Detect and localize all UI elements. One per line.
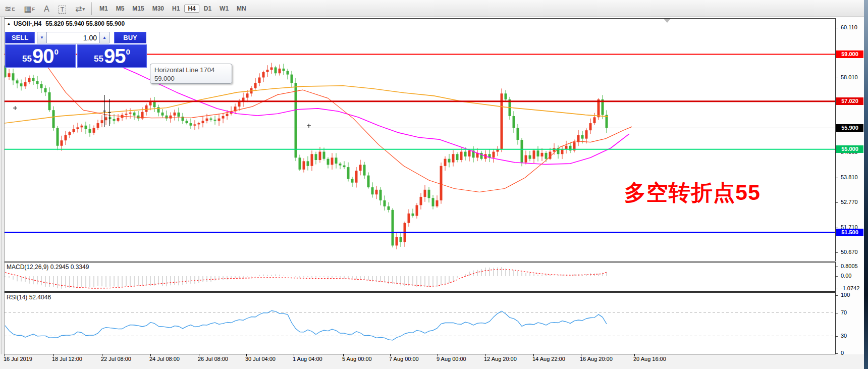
ohlc-values: 55.820 55.940 55.800 55.900 bbox=[45, 20, 125, 27]
toolbar-separator bbox=[91, 3, 92, 15]
buy-price-small: 55 bbox=[94, 54, 103, 64]
toolbar: ≋E▦FAT⇄▾ M1M5M15M30H1H4D1W1MN bbox=[0, 0, 864, 17]
tooltip-title: Horizontal Line 1704 bbox=[154, 66, 228, 74]
buy-price-sup: 0 bbox=[126, 47, 130, 56]
collapse-icon[interactable]: ▲ bbox=[7, 21, 11, 26]
buy-button[interactable]: BUY bbox=[114, 32, 146, 43]
chevron-down-icon: ▼ bbox=[40, 35, 44, 40]
buy-price-big: 95 bbox=[104, 46, 126, 66]
sell-price-sup: 0 bbox=[55, 47, 59, 56]
timeframe-button-mn[interactable]: MN bbox=[233, 5, 250, 13]
timeframe-button-w1[interactable]: W1 bbox=[216, 5, 232, 13]
timeframe-button-h4[interactable]: H4 bbox=[184, 5, 199, 13]
timeframe-button-m15[interactable]: M15 bbox=[129, 5, 147, 13]
volume-increase-button[interactable]: ▲ bbox=[99, 32, 110, 43]
sell-price-big: 90 bbox=[32, 46, 54, 66]
text-box-icon[interactable]: T bbox=[59, 3, 66, 15]
chart-shift-marker-icon[interactable] bbox=[664, 19, 671, 23]
volume-input[interactable] bbox=[47, 32, 99, 43]
annotation-text: 多空转折点55 bbox=[624, 178, 761, 207]
expert-advisor-icon[interactable]: ≋E bbox=[5, 3, 15, 15]
main-chart-series bbox=[4, 55, 836, 249]
timeframe-button-m1[interactable]: M1 bbox=[96, 5, 112, 13]
one-click-trading-panel: SELL ▼ ▲ BUY 55 90 0 55 95 0 bbox=[5, 32, 147, 68]
macd-series bbox=[5, 267, 607, 289]
chart-header: ▲ USOil-,H4 55.820 55.940 55.800 55.900 bbox=[7, 20, 125, 27]
object-tooltip: Horizontal Line 1704 59.000 bbox=[150, 64, 232, 84]
grid-window-icon[interactable]: ▦F bbox=[24, 3, 35, 15]
macd-signal-line bbox=[5, 269, 607, 288]
chevron-up-icon: ▲ bbox=[102, 35, 106, 40]
tooltip-value: 59.000 bbox=[154, 74, 228, 83]
sell-price-small: 55 bbox=[22, 54, 32, 64]
timeframe-button-h1[interactable]: H1 bbox=[169, 5, 183, 13]
timeframe-toolbar: M1M5M15M30H1H4D1W1MN bbox=[95, 3, 250, 15]
toolbar-icons: ≋E▦FAT⇄▾ bbox=[0, 3, 89, 15]
buy-price-button[interactable]: 55 95 0 bbox=[77, 44, 147, 68]
symbol-label: USOil-,H4 bbox=[14, 20, 41, 27]
timeframe-button-m5[interactable]: M5 bbox=[113, 5, 128, 13]
rsi-series bbox=[4, 311, 836, 340]
rsi-label: RSI(14) 52.4046 bbox=[7, 294, 51, 301]
volume-decrease-button[interactable]: ▼ bbox=[37, 32, 47, 43]
macd-label: MACD(12,26,9) 0.2945 0.3349 bbox=[7, 263, 89, 271]
text-label-icon[interactable]: A bbox=[44, 3, 49, 15]
cursor-arrows-icon[interactable]: ⇄▾ bbox=[75, 3, 85, 15]
desktop-edge-strip bbox=[864, 0, 868, 369]
timeframe-button-d1[interactable]: D1 bbox=[200, 5, 215, 13]
sell-button[interactable]: SELL bbox=[5, 32, 35, 43]
mt4-terminal-window: ≋E▦FAT⇄▾ M1M5M15M30H1H4D1W1MN ▲ USOil-,H… bbox=[0, 0, 868, 369]
timeframe-button-m30[interactable]: M30 bbox=[149, 5, 168, 13]
sell-price-button[interactable]: 55 90 0 bbox=[5, 44, 76, 68]
